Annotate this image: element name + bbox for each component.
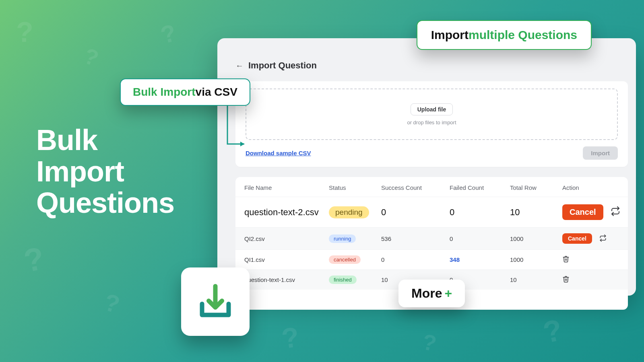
cell-success-count: 536 — [381, 235, 450, 242]
cell-file-name: question-text-1.csv — [244, 276, 329, 283]
cancel-button[interactable]: Cancel — [562, 233, 592, 244]
retry-icon[interactable] — [599, 234, 607, 243]
upload-file-button[interactable]: Upload file — [411, 103, 453, 115]
table-row: QI2.csvrunning53601000Cancel — [235, 227, 628, 249]
callout-more: More + — [398, 280, 465, 307]
cell-file-name: question-text-2.csv — [244, 207, 329, 218]
download-sample-link[interactable]: Download sample CSV — [246, 150, 311, 156]
import-button[interactable]: Import — [583, 146, 618, 160]
cell-total-row: 1000 — [510, 235, 562, 242]
col-failed: Failed Count — [450, 184, 510, 191]
delete-icon[interactable] — [562, 255, 570, 264]
callout-more-label: More — [411, 286, 442, 301]
col-success: Success Count — [381, 184, 450, 191]
col-status: Status — [329, 184, 381, 191]
status-badge: pending — [329, 206, 369, 218]
callout-csv-suffix: via CSV — [196, 86, 237, 99]
callout-import-multiple: Import multiple Questions — [417, 20, 592, 50]
download-icon-card — [181, 267, 250, 336]
download-icon — [193, 280, 237, 324]
import-panel: ← Import Question Upload file or drop fi… — [217, 38, 636, 296]
status-badge: cancelled — [329, 255, 361, 264]
hero-line-2: Import — [36, 156, 174, 187]
table-row: QI1.csvcancelled03481000 — [235, 249, 628, 269]
callout-bulk-import-csv: Bulk Import via CSV — [120, 78, 250, 106]
status-badge: running — [329, 234, 356, 243]
cell-failed-count[interactable]: 348 — [450, 256, 510, 263]
plus-icon: + — [444, 286, 452, 301]
cell-action: Cancel — [562, 233, 628, 244]
col-file: File Name — [244, 184, 329, 191]
callout-top-prefix: Import — [431, 28, 469, 42]
cancel-button[interactable]: Cancel — [562, 204, 603, 220]
cell-status: running — [329, 234, 381, 243]
cell-action — [562, 276, 628, 284]
cell-total-row: 10 — [510, 276, 562, 283]
cell-file-name: QI1.csv — [244, 256, 329, 263]
hero-line-1: Bulk — [36, 125, 174, 156]
callout-top-accent: multiple Questions — [469, 28, 577, 42]
cell-status: cancelled — [329, 255, 381, 264]
delete-icon[interactable] — [562, 276, 570, 284]
table-row: question-text-2.csvpending0010Cancel — [235, 197, 628, 227]
cell-success-count: 0 — [381, 207, 450, 218]
cell-status: pending — [329, 206, 381, 218]
col-action: Action — [562, 184, 628, 191]
upload-card: Upload file or drop files to import Down… — [235, 81, 628, 167]
retry-icon[interactable] — [611, 206, 620, 218]
status-badge: finished — [329, 276, 357, 284]
cell-status: finished — [329, 276, 381, 284]
callout-csv-accent: Bulk Import — [133, 86, 196, 99]
table-header-row: File Name Status Success Count Failed Co… — [235, 177, 628, 197]
cell-total-row: 10 — [510, 207, 562, 218]
back-arrow-icon[interactable]: ← — [235, 61, 244, 70]
hero-line-3: Questions — [36, 187, 174, 219]
cell-failed-count: 0 — [450, 207, 510, 218]
dropzone[interactable]: Upload file or drop files to import — [246, 88, 618, 140]
drop-hint: or drop files to import — [407, 119, 456, 125]
col-total: Total Row — [510, 184, 562, 191]
cell-total-row: 1000 — [510, 256, 562, 263]
cell-action — [562, 255, 628, 264]
cell-action: Cancel — [562, 204, 628, 220]
cell-success-count: 0 — [381, 256, 450, 263]
cell-failed-count: 0 — [450, 235, 510, 242]
hero-title: Bulk Import Questions — [36, 125, 174, 218]
cell-file-name: QI2.csv — [244, 235, 329, 242]
panel-header: ← Import Question — [217, 60, 636, 78]
panel-title: Import Question — [248, 60, 317, 71]
